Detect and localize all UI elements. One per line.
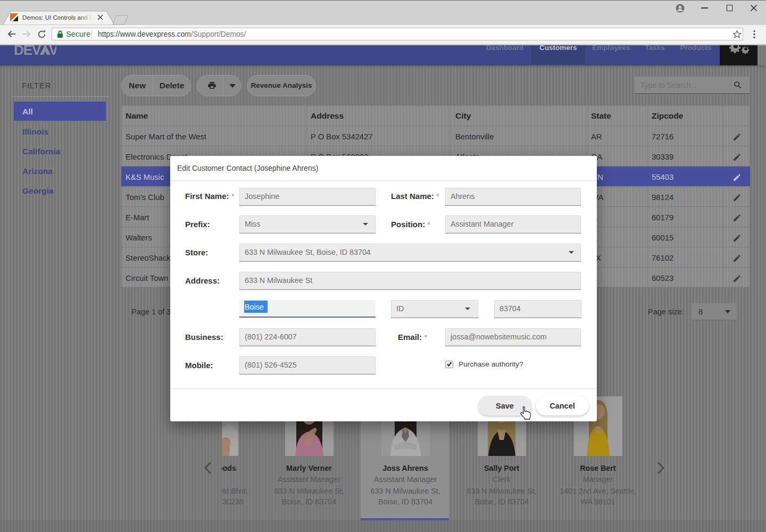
svg-text:V: V xyxy=(49,45,56,56)
svg-text:DEV: DEV xyxy=(14,45,41,56)
